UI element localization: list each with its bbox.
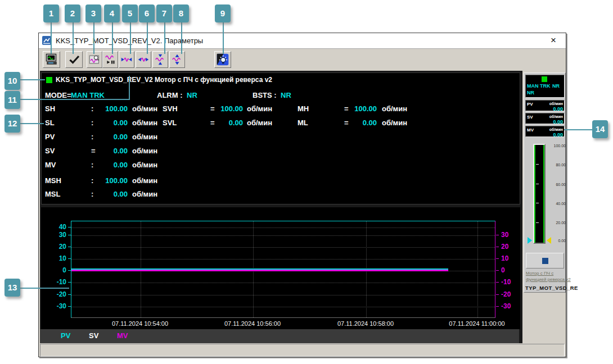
legend-item-pv[interactable]: PV: [61, 331, 70, 340]
axis-tick: [68, 306, 71, 307]
param-value: 100.00: [95, 104, 128, 113]
param-value: 0.00: [95, 119, 128, 127]
time-zoom-out-button[interactable]: [136, 51, 151, 68]
faceplate-description-line1: Мотор с ПЧ с: [526, 271, 553, 276]
window-titlebar[interactable]: KKS_TYP_MOT_VSD_REV_V2. Параметры ×: [39, 33, 566, 49]
param-label: MH: [298, 104, 309, 113]
faceplate-pv-box: PV об/мин 0.00: [525, 100, 565, 111]
tag-title: KKS_TYP_MOT_VSD_REV_V2 Мотор с ПЧ с функ…: [56, 76, 272, 84]
faceplate-button[interactable]: [526, 253, 564, 269]
callout-badge-1: 1: [43, 4, 59, 22]
param-value: 100.00: [95, 176, 128, 185]
chart-snapshot-button[interactable]: [87, 51, 102, 68]
callout-line: [20, 99, 130, 100]
param-sep: :: [91, 133, 93, 141]
gridline: [71, 283, 495, 283]
mv-label: MV: [527, 128, 534, 133]
faceplate-mode: MAN TRK: [527, 83, 551, 89]
gridline: [71, 259, 495, 260]
callout-line: [130, 22, 131, 54]
callout-badge-13: 13: [4, 279, 20, 297]
param-label: SL: [45, 119, 55, 127]
pv-unit: об/мин: [549, 102, 563, 106]
param-unit: об/мин: [382, 104, 407, 113]
y-axis-label-left: 30: [44, 231, 66, 239]
status-square-icon: [542, 76, 547, 82]
faceplate-bsts: NR: [527, 90, 534, 95]
callout-badge-14: 14: [592, 120, 608, 138]
param-value: 100.00: [346, 104, 377, 113]
callout-line: [51, 22, 52, 54]
gauge-pointer-sp-icon: [547, 237, 551, 244]
pv-label: PV: [527, 102, 533, 107]
accept-button[interactable]: [65, 51, 83, 68]
y-axis-label-left: 0: [44, 266, 66, 274]
legend-item-sv[interactable]: SV: [89, 331, 98, 340]
callout-badge-10: 10: [4, 72, 20, 90]
callout-badge-6: 6: [139, 4, 155, 22]
gauge-mark: [536, 184, 539, 184]
trend-line-mv: [71, 270, 448, 271]
callout-badge-11: 11: [4, 91, 20, 109]
param-label: PV: [45, 133, 55, 141]
axis-tick: [496, 258, 499, 259]
gauge-scale-label: 80.00: [548, 163, 566, 167]
y-axis-label-left: -20: [44, 290, 66, 298]
bsts-value: NR: [281, 91, 291, 99]
param-sep: :: [91, 190, 93, 198]
app-icon: [42, 36, 51, 45]
gauge-green-bar: [534, 145, 535, 243]
value-zoom-out-button[interactable]: [169, 51, 185, 68]
status-square-icon: [46, 77, 52, 83]
axis-tick: [68, 235, 71, 235]
gauge-scale-label: 60.00: [548, 183, 566, 186]
mv-value: 0.00: [553, 132, 563, 138]
axis-tick: [496, 270, 499, 271]
param-label: SVH: [163, 104, 178, 113]
y-axis-label-left: -10: [44, 278, 66, 286]
x-axis-label: 07.11.2024 11:00:00: [435, 320, 519, 327]
accept-check-icon: [68, 53, 80, 66]
param-unit: об/мин: [382, 119, 407, 127]
callout-line: [147, 22, 148, 54]
param-unit: об/мин: [247, 119, 272, 127]
param-unit: об/мин: [132, 161, 157, 169]
value-zoom-in-button[interactable]: [152, 51, 168, 68]
callout-line: [129, 76, 130, 100]
param-value: 100.00: [213, 104, 243, 113]
theme-lamp-icon: [217, 53, 229, 66]
parameters-window: KKS_TYP_MOT_VSD_REV_V2. Параметры ×: [38, 33, 566, 357]
param-value: 0.00: [95, 133, 128, 141]
toolbar: [39, 49, 566, 71]
callout-line: [112, 22, 113, 54]
param-unit: об/мин: [132, 176, 157, 185]
param-sep: :: [91, 119, 93, 127]
param-unit: об/мин: [132, 133, 157, 141]
axis-tick: [496, 306, 499, 307]
y-axis-label-right: 20: [501, 243, 524, 251]
trend-line-pv: [71, 269, 448, 270]
y-axis-label-right: -10: [501, 278, 524, 286]
y-axis-label-right: 0: [501, 266, 524, 274]
callout-badge-3: 3: [85, 4, 101, 22]
callout-line: [73, 22, 74, 54]
time-zoom-in-button[interactable]: [119, 51, 134, 68]
y-axis-label-left: 20: [44, 243, 66, 251]
time-zoom-in-icon: [121, 54, 132, 65]
faceplate-description-line2: функцией реверса v2: [526, 277, 571, 282]
sv-value: 0.00: [553, 119, 563, 125]
param-unit: об/мин: [132, 147, 157, 155]
y-axis-label-right: 30: [501, 231, 524, 239]
param-unit: об/мин: [132, 119, 157, 127]
param-label: MV: [45, 161, 56, 169]
gauge-pointer-pv-icon: [528, 237, 532, 244]
trend-start-pause-button[interactable]: [102, 51, 118, 68]
callout-badge-8: 8: [173, 4, 189, 22]
legend-item-mv[interactable]: MV: [117, 331, 128, 340]
time-zoom-out-icon: [138, 54, 149, 65]
param-sep: :: [91, 176, 93, 185]
faceplate-mv-box: MV об/мин 0.00: [525, 126, 565, 137]
gauge-scale-label: 40.00: [548, 202, 566, 206]
close-button[interactable]: ×: [548, 35, 559, 46]
param-label: ML: [298, 119, 308, 127]
